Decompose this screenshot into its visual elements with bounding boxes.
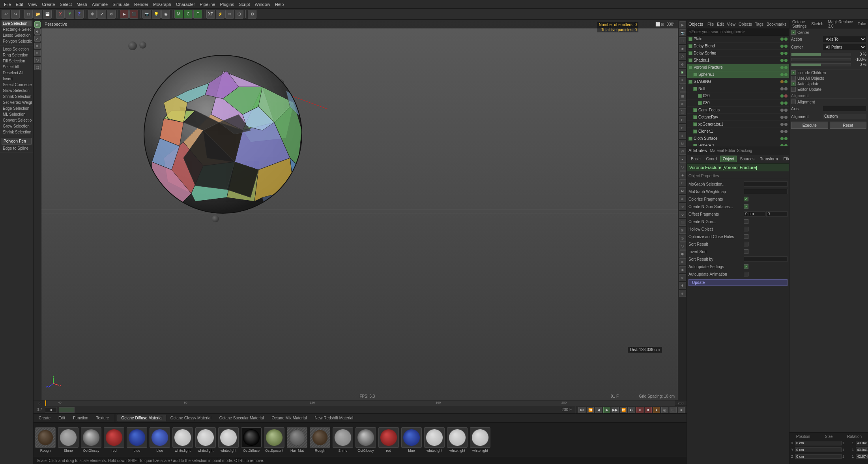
attr-tab-coord[interactable]: Coord — [703, 156, 719, 162]
material-item-19[interactable]: white.light — [470, 427, 490, 453]
toolbar-cloth[interactable]: ≋ — [225, 10, 234, 19]
tree-item-octaneray[interactable]: OctaneRay — [687, 114, 789, 121]
material-item-12[interactable]: Rough — [310, 427, 330, 453]
tree-item-cam_focus[interactable]: Cam_Focus — [687, 107, 789, 114]
tool-move[interactable]: ✥ — [34, 28, 41, 35]
tree-item-cloth-surface[interactable]: Cloth Surface — [687, 135, 789, 142]
toolbar-rotate[interactable]: ↺ — [107, 10, 116, 19]
fr-slider1-track[interactable] — [791, 53, 851, 56]
icon-shading[interactable]: ◉ — [679, 45, 686, 52]
sidebar-select-all[interactable]: Select All — [2, 64, 32, 70]
tree-dot-green[interactable] — [780, 66, 784, 69]
tree-dot-gray[interactable] — [784, 109, 788, 112]
material-item-14[interactable]: OctGlossy — [355, 427, 376, 453]
icon-view1[interactable]: ⊞ — [679, 69, 686, 76]
toolbar-render-view[interactable]: ⬛ — [129, 10, 138, 19]
tree-item-xpgenerator.1[interactable]: xpGenerator.1 — [687, 121, 789, 128]
tree-dot-orange[interactable] — [780, 80, 784, 83]
tree-dot-green[interactable] — [780, 94, 784, 98]
sidebar-item-lasso-selection[interactable]: Lasso Selection — [2, 32, 32, 38]
tree-dot-green[interactable] — [784, 38, 788, 41]
sidebar-grow-selection[interactable]: Grow Selection — [2, 88, 32, 94]
fr-auto-update-check[interactable]: ✓ — [791, 81, 796, 86]
tree-dot-green[interactable] — [784, 101, 788, 105]
toolbar-settings[interactable]: ⚙ — [248, 10, 256, 19]
tree-dot-gray[interactable] — [780, 87, 784, 90]
oi-size-y-input[interactable] — [856, 447, 868, 452]
icon-record[interactable]: ● — [679, 156, 686, 163]
tree-dot-gray[interactable] — [780, 109, 784, 112]
tree-dot-green[interactable] — [780, 101, 784, 105]
icon-render[interactable]: ▶ — [679, 21, 686, 28]
menu-animate[interactable]: Animate — [90, 2, 110, 7]
sidebar-item-live-selection[interactable]: Live Selection — [2, 21, 32, 26]
mat-btn-redshift[interactable]: New Redshift Material — [311, 415, 357, 421]
oi-pos-x-input[interactable] — [795, 441, 842, 445]
mat-btn-oct-mix[interactable]: Octane Mix Material — [268, 415, 311, 421]
icon-extra6[interactable]: ⬗ — [679, 203, 686, 210]
frame-bar-small[interactable] — [59, 407, 75, 413]
material-item-6[interactable]: white.light — [172, 427, 193, 453]
tree-dot-green[interactable] — [784, 66, 788, 69]
attr-autoupdate-anim-check[interactable] — [744, 272, 748, 276]
toolbar-render[interactable]: ▶ — [120, 10, 129, 19]
om-tags[interactable]: Tags — [754, 22, 765, 26]
tool-hex[interactable]: ⬡ — [34, 57, 41, 63]
material-item-3[interactable]: red — [104, 427, 124, 453]
tree-item-cloner.1[interactable]: Cloner.1 — [687, 128, 789, 135]
tool-poly[interactable]: ⬚ — [34, 64, 41, 70]
material-item-0[interactable]: Rough — [35, 427, 56, 453]
tree-dot-gray[interactable] — [784, 130, 788, 133]
icon-extra7[interactable]: ⬙ — [679, 211, 686, 218]
oi-size-z-input[interactable] — [856, 454, 868, 459]
material-item-8[interactable]: white.light — [218, 427, 239, 453]
attr-ngon-check[interactable]: ✓ — [744, 204, 748, 209]
menu-file[interactable]: File — [2, 2, 13, 7]
icon-walk[interactable]: W — [679, 148, 686, 155]
toolbar-z[interactable]: Z — [75, 10, 84, 19]
sidebar-shrink-selection[interactable]: Shrink Selection — [2, 94, 32, 100]
voronoi-sphere[interactable] — [140, 51, 306, 217]
icon-display[interactable]: ⬚ — [679, 37, 686, 44]
toolbar-fracture[interactable]: F — [193, 10, 202, 19]
sidebar-loop-selection[interactable]: Loop Selection — [2, 46, 32, 52]
viewport[interactable]: Perspective ⬜ ⊞ 030* — [41, 20, 678, 400]
menu-create[interactable]: Create — [39, 2, 57, 7]
icon-snap[interactable]: ✚ — [679, 85, 686, 92]
transport-prev-key[interactable]: ⏪ — [587, 407, 594, 413]
mat-btn-oct-glossy[interactable]: Octane Glossy Material — [167, 415, 215, 421]
attr-autoupdate-check[interactable]: ✓ — [744, 264, 748, 269]
frame-range-input[interactable]: 0 — [45, 407, 57, 413]
fr-action-dropdown[interactable]: Axis To Object To — [823, 36, 866, 42]
transport-extra3[interactable]: ≡ — [678, 407, 685, 413]
tree-dot-green[interactable] — [780, 144, 784, 146]
tree-dot-green[interactable] — [780, 38, 784, 41]
icon-extra4[interactable]: ⬕ — [679, 187, 686, 194]
fr-include-children-check[interactable]: ✓ — [791, 70, 796, 75]
fr-slider3-track[interactable] — [791, 63, 851, 66]
transport-extra2[interactable]: ⊞ — [670, 407, 677, 413]
toolbar-x[interactable]: X — [56, 10, 65, 19]
icon-extra11[interactable]: ⬡ — [679, 242, 686, 250]
fr-slider2-track[interactable] — [791, 58, 851, 61]
toolbar-save[interactable]: 💾 — [43, 10, 52, 19]
mat-tab-function[interactable]: Function — [69, 415, 92, 421]
fr-use-all-objects-check[interactable] — [791, 76, 796, 81]
transport-record[interactable]: ● — [636, 407, 644, 413]
material-item-2[interactable]: OctGlossy — [81, 427, 101, 453]
tree-item-sphere.1[interactable]: Sphere.1 — [687, 142, 789, 146]
tree-item-delay-spring[interactable]: Delay Spring — [687, 50, 789, 57]
attr-hollow-check[interactable] — [744, 227, 748, 231]
sidebar-ring-selection[interactable]: Ring Selection — [2, 52, 32, 58]
mat-tab-edit[interactable]: Edit — [55, 415, 69, 421]
material-item-15[interactable]: red — [378, 427, 399, 453]
tree-dot-gray[interactable] — [780, 123, 784, 126]
sidebar-set-vertex-weight[interactable]: Set Vertex Weight — [2, 100, 32, 105]
menu-select[interactable]: Select — [57, 2, 74, 7]
icon-extra14[interactable]: ◉ — [679, 266, 686, 273]
toolbar-dynamics[interactable]: ⚡ — [216, 10, 224, 19]
sidebar-convert-selection[interactable]: Convert Selection — [2, 117, 32, 123]
tool-draw[interactable]: ✏ — [34, 50, 41, 56]
material-item-13[interactable]: Shine — [333, 427, 353, 453]
material-item-1[interactable]: Shine — [58, 427, 79, 453]
